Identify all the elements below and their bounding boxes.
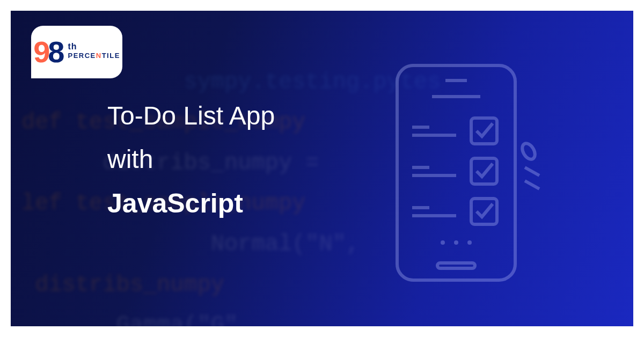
svg-rect-18 [437,263,475,268]
logo-perc-x: N [96,52,102,60]
svg-point-13 [454,240,458,245]
svg-point-12 [441,240,445,245]
bg-code-line: distribs_numpy [21,272,224,298]
svg-point-14 [467,240,472,245]
svg-rect-5 [471,118,497,144]
logo-inner: 9 8 th PERCENTILE [33,39,120,65]
promo-banner: sympy.testing.pytes def test_sample_Nump… [11,11,633,326]
logo-text-wrap: th PERCENTILE [68,42,120,60]
logo-percentile: PERCENTILE [68,52,120,60]
logo-digit-8: 8 [48,39,64,65]
svg-line-16 [525,167,539,175]
logo-perc-pre: PERCE [68,52,96,60]
headline-line-2: with [107,144,275,174]
logo-perc-post: TILE [102,52,120,60]
bg-code-line: Normal("N", [21,231,360,257]
logo-badge: 9 8 th PERCENTILE [31,26,122,78]
headline-line-3: JavaScript [107,188,275,219]
logo-th: th [68,42,120,52]
svg-rect-8 [471,158,497,184]
svg-rect-11 [471,199,497,224]
headline-line-1: To-Do List App [107,101,275,130]
headline: To-Do List App with JavaScript [107,101,275,219]
bg-code-line: Gamma("G", [21,312,251,326]
svg-line-17 [525,181,539,189]
svg-point-15 [519,141,537,162]
phone-todo-icon [386,60,547,296]
